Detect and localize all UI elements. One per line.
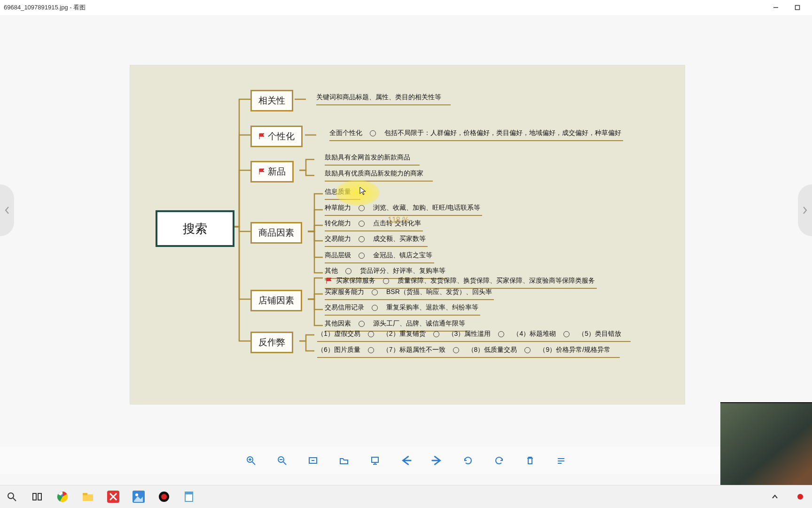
node-shop-factor: 店铺因素 <box>250 290 302 311</box>
delete-button[interactable] <box>523 454 537 467</box>
windows-taskbar <box>0 485 812 508</box>
leaf-credit-record: 交易信用记录重复采购率、退款率、纠纷率等 <box>325 302 480 316</box>
flag-icon <box>326 278 332 284</box>
diagram-image: 搜索 相关性 个性化 新品 商品因素 店铺因素 反作弊 关键词和商品标题、属性、… <box>130 65 685 405</box>
record-icon[interactable] <box>157 490 171 504</box>
leaf-anticheat-row1: （1）虚假交易 （2）重复铺货 （3）属性滥用 （4）标题堆砌 （5）类目错放 <box>317 328 631 342</box>
highlight-glow <box>336 180 380 206</box>
window-minimize-button[interactable] <box>765 0 787 15</box>
tray-chevron-up-icon[interactable] <box>768 490 782 504</box>
svg-rect-31 <box>185 492 193 494</box>
svg-point-29 <box>161 494 167 500</box>
more-button[interactable] <box>554 454 568 467</box>
actual-size-button[interactable] <box>306 454 320 467</box>
svg-line-3 <box>252 462 255 465</box>
search-icon[interactable] <box>5 490 19 504</box>
window-maximize-button[interactable] <box>787 0 808 15</box>
flag-icon <box>258 168 265 175</box>
zoom-in-button[interactable] <box>244 454 258 467</box>
rotate-ccw-button[interactable] <box>492 454 506 467</box>
svg-line-7 <box>283 462 286 465</box>
svg-rect-24 <box>83 493 87 495</box>
prev-image-edge-button[interactable] <box>0 184 14 236</box>
zoom-out-button[interactable] <box>275 454 289 467</box>
slideshow-button[interactable] <box>368 454 382 467</box>
root-node-search: 搜索 <box>156 210 234 247</box>
svg-rect-19 <box>33 493 36 500</box>
svg-point-32 <box>797 494 803 500</box>
svg-point-27 <box>135 493 138 496</box>
prev-button[interactable] <box>399 454 413 467</box>
svg-rect-23 <box>83 494 93 501</box>
svg-line-18 <box>13 498 16 501</box>
svg-rect-20 <box>38 493 41 500</box>
node-product-factor: 商品因素 <box>250 222 302 244</box>
flag-icon <box>258 133 265 140</box>
rotate-cw-button[interactable] <box>461 454 475 467</box>
chrome-icon[interactable] <box>55 490 70 504</box>
mouse-cursor-icon <box>359 187 367 196</box>
task-view-icon[interactable] <box>30 490 44 504</box>
image-viewer-viewport: 搜索 相关性 个性化 新品 商品因素 店铺因素 反作弊 关键词和商品标题、属性、… <box>0 15 812 508</box>
leaf-conversion: 转化能力点击转 交转化率 <box>325 218 423 231</box>
leaf-product-tier: 商品层级金冠品、镇店之宝等 <box>325 250 434 263</box>
next-button[interactable] <box>430 454 444 467</box>
node-personalization: 个性化 <box>250 126 303 147</box>
leaf-relevance-desc: 关键词和商品标题、属性、类目的相关性等 <box>316 92 451 105</box>
window-title: 69684_1097891915.jpg - 看图 <box>4 3 86 12</box>
open-folder-button[interactable] <box>337 454 351 467</box>
node-new-product: 新品 <box>250 161 294 183</box>
app-image-icon[interactable] <box>132 490 146 504</box>
app-red-icon[interactable] <box>106 490 120 504</box>
node-anticheat: 反作弊 <box>250 332 293 353</box>
svg-point-17 <box>8 493 14 499</box>
node-relevance: 相关性 <box>250 90 293 111</box>
leaf-transaction: 交易能力成交额、买家数等 <box>325 233 428 247</box>
explorer-icon[interactable] <box>81 490 95 504</box>
leaf-buyer-service: 买家服务能力BSR（货描、响应、发货）、回头率 <box>325 286 494 300</box>
webcam-overlay <box>720 402 812 485</box>
svg-rect-1 <box>796 6 800 10</box>
window-titlebar: 69684_1097891915.jpg - 看图 <box>0 0 812 15</box>
svg-rect-11 <box>372 457 378 462</box>
leaf-new-b: 鼓励具有优质商品新发能力的商家 <box>325 168 433 182</box>
app-notes-icon[interactable] <box>182 490 196 504</box>
next-image-edge-button[interactable] <box>798 184 812 236</box>
leaf-personalization: 全面个性化包括不局限于：人群偏好，价格偏好，类目偏好，地域偏好，成交偏好，种草偏… <box>329 127 623 141</box>
tray-record-dot-icon[interactable] <box>793 490 807 504</box>
leaf-new-a: 鼓励具有全网首发的新款商品 <box>325 152 420 166</box>
leaf-anticheat-row2: （6）图片质量 （7）标题属性不一致 （8）低质量交易 （9）价格异常/规格异常 <box>317 344 620 358</box>
viewer-toolbar <box>0 447 812 474</box>
